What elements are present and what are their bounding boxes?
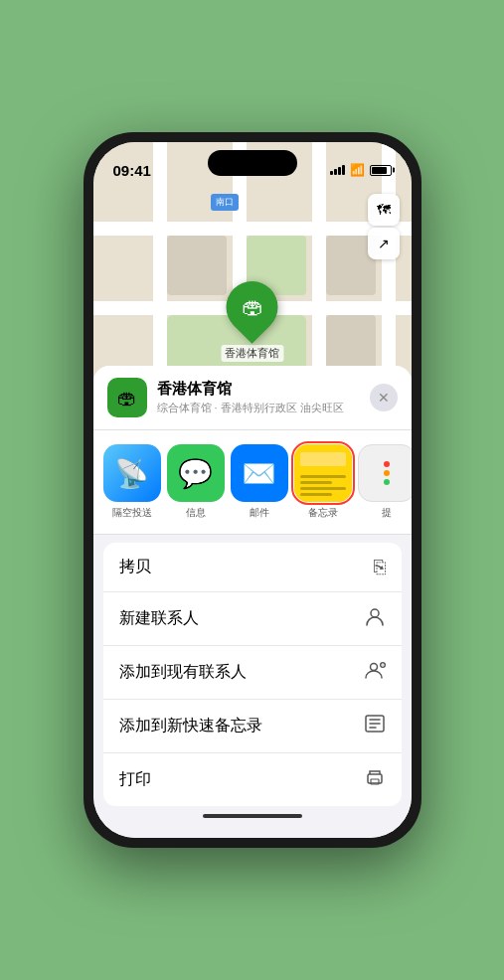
battery-fill xyxy=(372,167,387,174)
more-icon-wrap xyxy=(358,444,412,502)
battery-icon xyxy=(370,165,392,176)
status-time: 09:41 xyxy=(113,162,151,179)
share-sheet: 🏟 香港体育馆 综合体育馆 · 香港特别行政区 油尖旺区 ✕ 📡 隔空投送 xyxy=(93,366,412,838)
action-print[interactable]: 打印 xyxy=(103,753,402,806)
status-icons: 📶 xyxy=(330,163,392,177)
action-quick-note[interactable]: 添加到新快速备忘录 xyxy=(103,700,402,753)
app-item-message[interactable]: 💬 信息 xyxy=(167,444,225,520)
app-item-notes[interactable]: 备忘录 xyxy=(294,444,352,520)
action-copy[interactable]: 拷贝 ⎘ xyxy=(103,543,402,592)
location-subtitle: 综合体育馆 · 香港特别行政区 油尖旺区 xyxy=(157,401,370,415)
phone-frame: 09:41 📶 xyxy=(84,132,421,848)
location-name: 香港体育馆 xyxy=(157,380,370,399)
signal-bars xyxy=(330,165,345,175)
notes-icon xyxy=(294,444,352,502)
notes-line-3 xyxy=(300,487,346,490)
new-contact-icon xyxy=(364,605,386,632)
mail-label: 邮件 xyxy=(250,506,269,520)
action-new-contact-label: 新建联系人 xyxy=(119,608,364,629)
app-item-more[interactable]: 提 xyxy=(358,444,412,520)
print-icon xyxy=(364,766,386,793)
home-indicator xyxy=(203,814,302,818)
mail-icon: ✉️ xyxy=(242,457,276,490)
mail-icon-wrap: ✉️ xyxy=(231,444,288,502)
road-h1 xyxy=(93,222,412,236)
stadium-emoji: 🏟 xyxy=(117,387,137,409)
svg-point-0 xyxy=(371,609,379,617)
signal-bar-3 xyxy=(338,167,341,175)
marker-pin: 🏟 xyxy=(216,270,289,344)
close-button[interactable]: ✕ xyxy=(370,384,398,411)
notes-lines xyxy=(300,472,346,496)
map-label: 南口 xyxy=(211,194,239,211)
notes-label: 备忘录 xyxy=(308,506,338,520)
notes-line-2 xyxy=(300,481,332,484)
dynamic-island xyxy=(208,150,297,176)
map-label-text: 南口 xyxy=(216,197,234,207)
app-icons-row: 📡 隔空投送 💬 信息 ✉️ 邮件 xyxy=(93,430,412,535)
map-block-1 xyxy=(167,236,227,295)
marker-label: 香港体育馆 xyxy=(221,345,283,362)
more-dot-green xyxy=(384,479,390,485)
notes-icon-wrap xyxy=(294,444,352,502)
phone-screen: 09:41 📶 xyxy=(93,142,412,838)
svg-point-1 xyxy=(370,664,377,671)
app-item-mail[interactable]: ✉️ 邮件 xyxy=(231,444,288,520)
more-dots xyxy=(384,461,390,485)
signal-bar-2 xyxy=(334,169,337,175)
quick-note-icon xyxy=(364,713,386,739)
action-copy-label: 拷贝 xyxy=(119,557,374,577)
add-contact-icon xyxy=(364,659,386,686)
more-dot-red xyxy=(384,461,390,467)
map-controls: 🗺 ↗ xyxy=(368,194,400,259)
stadium-icon: 🏟 xyxy=(242,294,263,320)
wifi-icon: 📶 xyxy=(350,163,365,177)
signal-bar-4 xyxy=(342,165,345,175)
map-type-button[interactable]: 🗺 xyxy=(368,194,400,226)
location-card: 🏟 香港体育馆 综合体育馆 · 香港特别行政区 油尖旺区 ✕ xyxy=(93,366,412,430)
action-list: 拷贝 ⎘ 新建联系人 添加到现有联系人 xyxy=(103,543,402,806)
more-dot-orange xyxy=(384,470,390,476)
notes-top xyxy=(300,452,346,466)
notes-line-4 xyxy=(300,493,332,496)
notes-line-1 xyxy=(300,475,346,478)
copy-icon: ⎘ xyxy=(374,556,386,578)
action-add-contact[interactable]: 添加到现有联系人 xyxy=(103,646,402,700)
message-icon-wrap: 💬 xyxy=(167,444,225,502)
message-icon: 💬 xyxy=(178,457,213,490)
stadium-marker[interactable]: 🏟 香港体育馆 xyxy=(221,281,283,362)
location-card-icon: 🏟 xyxy=(107,378,147,417)
airdrop-icon-wrap: 📡 xyxy=(103,444,161,502)
app-item-airdrop[interactable]: 📡 隔空投送 xyxy=(103,444,161,520)
action-print-label: 打印 xyxy=(119,769,364,790)
airdrop-icon: 📡 xyxy=(114,457,149,490)
action-add-contact-label: 添加到现有联系人 xyxy=(119,662,364,683)
signal-bar-1 xyxy=(330,171,333,175)
action-quick-note-label: 添加到新快速备忘录 xyxy=(119,716,364,736)
map-location-button[interactable]: ↗ xyxy=(368,228,400,259)
location-info: 香港体育馆 综合体育馆 · 香港特别行政区 油尖旺区 xyxy=(157,380,370,415)
more-label: 提 xyxy=(382,506,392,520)
message-label: 信息 xyxy=(186,506,206,520)
action-new-contact[interactable]: 新建联系人 xyxy=(103,592,402,646)
airdrop-label: 隔空投送 xyxy=(112,506,152,520)
